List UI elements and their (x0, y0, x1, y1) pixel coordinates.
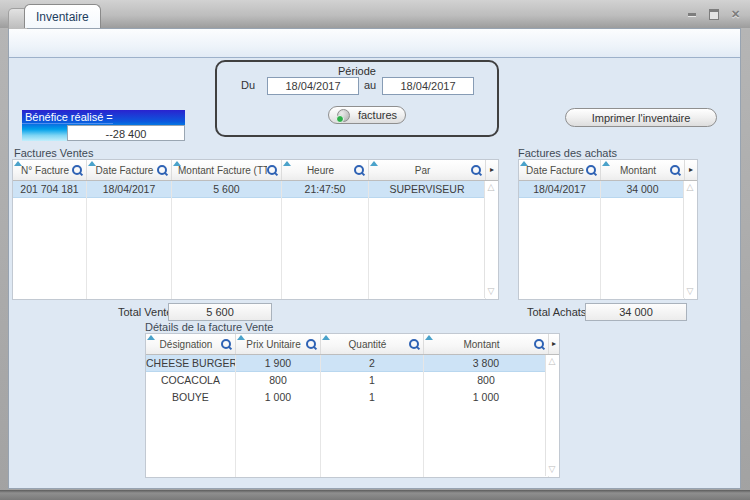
table-cell[interactable]: 800 (236, 372, 320, 389)
date-to-input[interactable] (382, 77, 474, 95)
sort-icon[interactable] (322, 335, 330, 340)
search-icon[interactable] (534, 339, 544, 349)
table-cell[interactable]: 201 704 181 (13, 181, 86, 198)
ventes-scrollbar[interactable]: △ ▽ (484, 181, 497, 298)
table-cell[interactable]: 18/04/2017 (519, 181, 600, 198)
table-cell[interactable]: COCACOLA (146, 372, 235, 389)
search-icon[interactable] (306, 339, 316, 349)
sort-icon[interactable] (88, 161, 96, 166)
table-column: 1 9008001 000 (236, 355, 321, 477)
column-header-label: Quantité (321, 339, 409, 350)
search-icon[interactable] (267, 165, 277, 175)
sort-icon[interactable] (602, 161, 610, 166)
search-icon[interactable] (409, 339, 419, 349)
table-cell[interactable]: 800 (424, 372, 548, 389)
restore-button[interactable] (707, 8, 720, 20)
factures-button-label: factures (358, 109, 397, 121)
periode-groupbox: Période (215, 60, 499, 137)
search-icon[interactable] (586, 165, 596, 175)
column-header[interactable]: Désignation (146, 334, 236, 354)
close-button[interactable]: ✕ (729, 8, 742, 20)
table-cell[interactable]: 1 (321, 372, 423, 389)
search-icon[interactable] (471, 165, 481, 175)
du-label: Du (241, 79, 255, 91)
sort-icon[interactable] (520, 161, 528, 166)
table-cell[interactable]: 34 000 (601, 181, 684, 198)
table-column: 34 000 (601, 181, 685, 299)
column-header[interactable]: Montant (601, 160, 685, 180)
table-cell[interactable]: CHEESE BURGER (146, 355, 235, 372)
benefice-label: Bénéfice réalisé = (22, 110, 113, 124)
au-label: au (364, 79, 376, 91)
table-cell[interactable]: SUPERVISEUR (369, 181, 485, 198)
expand-right-icon: ▸ (689, 166, 693, 174)
table-cell[interactable]: 21:47:50 (282, 181, 368, 198)
table-cell[interactable]: 5 600 (172, 181, 281, 198)
imprimer-inventaire-button[interactable]: Imprimer l'inventaire (565, 108, 717, 127)
table-column: 5 600 (172, 181, 282, 299)
ventes-section-label: Factures Ventes (14, 147, 94, 159)
table-column: 18/04/2017 (87, 181, 172, 299)
search-icon[interactable] (354, 165, 364, 175)
close-icon: ✕ (731, 9, 740, 20)
column-header[interactable]: Montant Facture (TTC) (172, 160, 282, 180)
table-body: 18/04/201734 000 (519, 181, 697, 299)
table-cell[interactable]: 1 000 (236, 389, 320, 406)
factures-button[interactable]: factures (328, 106, 406, 124)
table-column: 3 8008001 000 (424, 355, 549, 477)
header-end-cell[interactable]: ▸ (685, 160, 697, 180)
scroll-up-icon[interactable]: △ (549, 357, 556, 366)
table-cell[interactable]: 1 000 (424, 389, 548, 406)
table-column: 211 (321, 355, 424, 477)
achats-table: Date FactureMontant▸ 18/04/201734 000 △ … (518, 159, 698, 300)
table-cell[interactable]: 2 (321, 355, 423, 372)
benefice-value: --28 400 (67, 125, 185, 141)
date-from-input[interactable] (267, 77, 359, 95)
column-header[interactable]: N° Facture (13, 160, 87, 180)
scroll-down-icon[interactable]: ▽ (488, 287, 495, 296)
column-header[interactable]: Prix Unitaire (236, 334, 321, 354)
sort-icon[interactable] (370, 161, 378, 166)
restore-icon (709, 9, 719, 20)
ventes-table: N° FactureDate FactureMontant Facture (T… (12, 159, 499, 300)
header-end-cell[interactable]: ▸ (549, 334, 559, 354)
column-header[interactable]: Par (369, 160, 486, 180)
expand-right-icon: ▸ (490, 166, 494, 174)
scroll-up-icon[interactable]: △ (488, 183, 495, 192)
table-cell[interactable]: 18/04/2017 (87, 181, 171, 198)
header-end-cell[interactable]: ▸ (486, 160, 498, 180)
column-header-label: Date Facture (87, 165, 157, 176)
table-cell[interactable]: BOUYE (146, 389, 235, 406)
sort-icon[interactable] (14, 161, 22, 166)
search-icon[interactable] (157, 165, 167, 175)
table-cell[interactable]: 3 800 (424, 355, 548, 372)
tab-inventaire[interactable]: Inventaire (24, 4, 101, 28)
table-cell[interactable]: 1 (321, 389, 423, 406)
scroll-up-icon[interactable]: △ (687, 183, 694, 192)
column-header[interactable]: Date Facture (519, 160, 601, 180)
column-header[interactable]: Montant (424, 334, 549, 354)
sort-icon[interactable] (147, 335, 155, 340)
sort-icon[interactable] (283, 161, 291, 166)
scroll-down-icon[interactable]: ▽ (687, 287, 694, 296)
table-body: CHEESE BURGERCOCACOLABOUYE1 9008001 0002… (146, 355, 559, 477)
details-scrollbar[interactable]: △ ▽ (545, 355, 558, 476)
details-section-label: Détails de la facture Vente (145, 321, 273, 333)
sort-icon[interactable] (173, 161, 181, 166)
scroll-down-icon[interactable]: ▽ (549, 465, 556, 474)
sort-icon[interactable] (425, 335, 433, 340)
table-body: 201 704 18118/04/20175 60021:47:50SUPERV… (13, 181, 498, 299)
column-header-label: Prix Unitaire (236, 339, 306, 350)
minimize-button[interactable] (685, 8, 698, 20)
expand-right-icon: ▸ (552, 340, 556, 348)
sort-icon[interactable] (237, 335, 245, 340)
column-header[interactable]: Heure (282, 160, 369, 180)
column-header[interactable]: Date Facture (87, 160, 172, 180)
achats-scrollbar[interactable]: △ ▽ (683, 181, 696, 298)
search-icon[interactable] (221, 339, 231, 349)
search-icon[interactable] (72, 165, 82, 175)
window-controls: ✕ (685, 8, 742, 20)
search-icon[interactable] (670, 165, 680, 175)
column-header[interactable]: Quantité (321, 334, 424, 354)
table-cell[interactable]: 1 900 (236, 355, 320, 372)
